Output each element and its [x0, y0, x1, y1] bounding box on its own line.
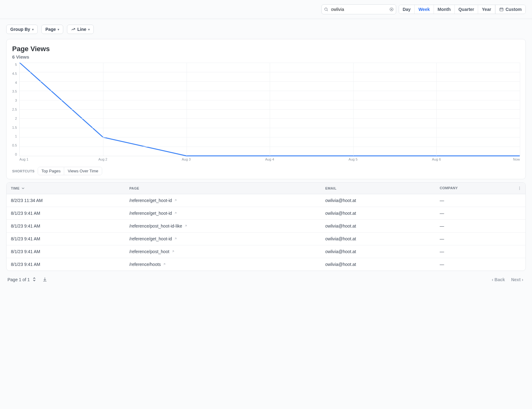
y-tick: 3.5 — [12, 89, 17, 93]
cell-email: owlivia@hoot.at — [321, 233, 436, 245]
external-link-icon[interactable] — [174, 237, 177, 241]
x-axis: Aug 1Aug 2Aug 3Aug 4Aug 5Aug 6Now — [19, 157, 520, 163]
col-time[interactable]: TIME — [7, 183, 126, 194]
page-path: /reference/hoots — [129, 262, 161, 267]
date-range-tabs: Day Week Month Quarter Year Custom — [399, 5, 526, 14]
cell-email: owlivia@hoot.at — [321, 194, 436, 207]
cell-email: owlivia@hoot.at — [321, 258, 436, 271]
col-email[interactable]: EMAIL — [321, 183, 436, 194]
search-input[interactable] — [321, 4, 396, 14]
back-button[interactable]: ‹ Back — [489, 276, 507, 283]
cell-email: owlivia@hoot.at — [321, 220, 436, 233]
cell-company: — — [436, 245, 525, 258]
chart-type-button[interactable]: Line ▾ — [67, 25, 94, 34]
chart-plot[interactable] — [19, 63, 520, 156]
table-row[interactable]: 8/1/23 9:41 AM/reference/post_hootowlivi… — [7, 245, 525, 258]
cell-page[interactable]: /reference/get_hoot-id — [126, 233, 321, 245]
range-year[interactable]: Year — [478, 5, 495, 14]
cell-page[interactable]: /reference/hoots — [126, 258, 321, 271]
chevron-down-icon: ▾ — [88, 28, 90, 31]
range-month[interactable]: Month — [434, 5, 455, 14]
cell-page[interactable]: /reference/post_hoot — [126, 245, 321, 258]
card-subtitle: 6 Views — [12, 54, 520, 60]
range-custom-label: Custom — [506, 7, 522, 12]
group-by-button[interactable]: Group By ▾ — [6, 25, 38, 34]
pagination-nav: ‹ Back Next › — [489, 276, 526, 283]
col-company[interactable]: COMPANY — [436, 183, 525, 194]
calendar-icon — [499, 7, 504, 12]
page-indicator-label: Page 1 of 1 — [7, 277, 30, 282]
range-custom[interactable]: Custom — [495, 5, 525, 14]
y-tick: 0.5 — [12, 143, 17, 147]
external-link-icon[interactable] — [174, 211, 177, 216]
download-icon[interactable] — [42, 277, 47, 283]
col-time-label: TIME — [11, 186, 20, 190]
y-tick: 2.5 — [12, 108, 17, 111]
top-bar: Day Week Month Quarter Year Custom — [0, 0, 532, 19]
cell-time: 8/1/23 9:41 AM — [7, 220, 126, 233]
x-tick: Aug 3 — [182, 157, 191, 161]
cell-page[interactable]: /reference/get_hoot-id — [126, 207, 321, 220]
group-by-label: Group By — [10, 27, 30, 32]
chart-type-label: Line — [77, 27, 86, 32]
y-tick: 0 — [15, 152, 17, 156]
page-filter-button[interactable]: Page ▾ — [41, 25, 63, 34]
y-tick: 1 — [15, 134, 17, 138]
table-header-row: TIME PAGE EMAIL COMPANY — [7, 183, 525, 194]
back-label: Back — [495, 277, 505, 282]
chevron-right-icon: › — [522, 277, 523, 282]
cell-email: owlivia@hoot.at — [321, 207, 436, 220]
svg-point-10 — [519, 188, 520, 189]
table-menu-icon[interactable] — [517, 186, 522, 190]
cell-page[interactable]: /reference/post_hoot-id-like — [126, 220, 321, 233]
shortcuts-group: Top Pages Views Over Time — [38, 167, 102, 175]
x-tick: Aug 2 — [98, 157, 107, 161]
cell-time: 8/1/23 9:41 AM — [7, 245, 126, 258]
sort-desc-icon — [21, 186, 25, 190]
range-week[interactable]: Week — [415, 5, 434, 14]
col-page[interactable]: PAGE — [126, 183, 321, 194]
y-axis: 54.543.532.521.510.50 — [12, 63, 19, 156]
stepper-icon[interactable] — [32, 277, 36, 283]
cell-company: — — [436, 220, 525, 233]
table-row[interactable]: 8/1/23 9:41 AM/reference/get_hoot-idowli… — [7, 233, 525, 245]
range-day[interactable]: Day — [399, 5, 415, 14]
trend-icon — [71, 27, 75, 31]
chevron-down-icon: ▾ — [58, 28, 59, 31]
cell-company: — — [436, 258, 525, 271]
table-row[interactable]: 8/1/23 9:41 AM/reference/hootsowlivia@ho… — [7, 258, 525, 271]
search-container — [321, 4, 396, 14]
y-tick: 1.5 — [12, 126, 17, 129]
cell-company: — — [436, 233, 525, 245]
shortcuts-label: SHORTCUTS — [12, 169, 35, 173]
x-tick: Aug 1 — [19, 157, 28, 161]
shortcut-views-over-time[interactable]: Views Over Time — [64, 167, 102, 175]
page-path: /reference/get_hoot-id — [129, 198, 172, 203]
page-indicator: Page 1 of 1 — [7, 277, 36, 283]
cell-time: 8/2/23 11:34 AM — [7, 194, 126, 207]
next-button[interactable]: Next › — [509, 276, 526, 283]
range-quarter[interactable]: Quarter — [455, 5, 478, 14]
table-row[interactable]: 8/1/23 9:41 AM/reference/get_hoot-idowli… — [7, 207, 525, 220]
shortcut-top-pages[interactable]: Top Pages — [38, 167, 64, 175]
page-filter-label: Page — [45, 27, 56, 32]
pagination-footer: Page 1 of 1 ‹ Back Next › — [0, 271, 532, 291]
svg-point-0 — [325, 8, 327, 10]
table-row[interactable]: 8/2/23 11:34 AM/reference/get_hoot-idowl… — [7, 194, 525, 207]
table-row[interactable]: 8/1/23 9:41 AM/reference/post_hoot-id-li… — [7, 220, 525, 233]
clear-search-icon[interactable] — [389, 7, 394, 12]
external-link-icon[interactable] — [171, 250, 175, 254]
svg-line-1 — [327, 10, 328, 11]
y-tick: 5 — [15, 63, 17, 66]
external-link-icon[interactable] — [163, 262, 166, 267]
cell-company: — — [436, 207, 525, 220]
cell-page[interactable]: /reference/get_hoot-id — [126, 194, 321, 207]
page-views-card: Page Views 6 Views 54.543.532.521.510.50… — [6, 39, 526, 179]
chevron-down-icon: ▾ — [32, 28, 34, 31]
chevron-left-icon: ‹ — [492, 277, 493, 282]
x-tick: Aug 4 — [265, 157, 274, 161]
external-link-icon[interactable] — [184, 224, 188, 229]
external-link-icon[interactable] — [174, 199, 177, 203]
svg-point-9 — [519, 187, 520, 187]
x-tick: Aug 5 — [349, 157, 358, 161]
